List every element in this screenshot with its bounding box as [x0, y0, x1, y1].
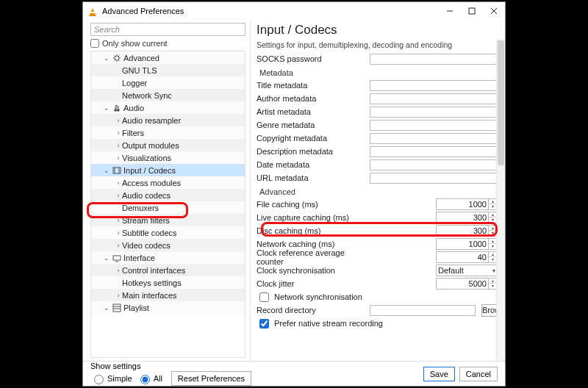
gear-icon	[112, 53, 122, 63]
reset-preferences-button[interactable]: Reset Preferences	[171, 371, 251, 386]
window-title: Advanced Preferences	[102, 7, 184, 15]
expand-icon: ›	[115, 117, 122, 124]
field-label: URL metadata	[257, 173, 367, 182]
tree-item-label: Hotkeys settings	[122, 279, 182, 287]
expand-icon: ›	[115, 292, 122, 299]
metadata-input[interactable]	[370, 107, 498, 118]
socks-password-input[interactable]	[370, 54, 498, 65]
advanced-section-header: Advanced	[257, 187, 498, 196]
tree-item[interactable]: ›Filters	[91, 126, 245, 139]
all-radio[interactable]: All	[137, 373, 162, 384]
tree-item[interactable]: ⌄Audio	[91, 101, 245, 114]
tree-item[interactable]: ⌄Input / Codecs	[91, 164, 245, 176]
show-settings-label: Show settings	[90, 362, 251, 370]
tree-item[interactable]: ›Control interfaces	[91, 264, 245, 276]
tree-item-label: Filters	[122, 129, 144, 137]
metadata-input[interactable]	[370, 80, 498, 91]
search-input[interactable]: Search	[90, 23, 245, 36]
close-button[interactable]	[483, 3, 505, 19]
tree-item-label: Input / Codecs	[123, 166, 176, 175]
socks-password-label: SOCKS password	[257, 54, 367, 63]
expand-icon: ›	[115, 129, 122, 137]
tree-item-label: Control interfaces	[122, 266, 185, 275]
page-subtitle: Settings for input, demultiplexing, deco…	[257, 40, 498, 49]
tree-item-label: Advanced	[123, 54, 159, 62]
tree-item[interactable]: ›Audio codecs	[91, 189, 245, 201]
svg-rect-1	[469, 8, 475, 14]
field-label: Disc caching (ms)	[257, 226, 367, 235]
tree-item[interactable]: ⌄Playlist	[91, 301, 245, 314]
only-show-current-checkbox[interactable]: Only show current	[90, 39, 245, 48]
metadata-input[interactable]	[370, 146, 498, 157]
tree-item-label: Video codecs	[122, 241, 171, 250]
number-input[interactable]: 1000▴▾	[436, 198, 498, 210]
tree-item[interactable]: ›Subtitle codecs	[91, 226, 245, 239]
expand-icon: ›	[115, 142, 122, 149]
tree-item[interactable]: ›Video codecs	[91, 239, 245, 251]
scrollbar[interactable]	[496, 39, 505, 361]
network-sync-checkbox[interactable]: Network synchronisation	[257, 290, 362, 304]
metadata-input[interactable]	[370, 133, 498, 144]
tree-item[interactable]: ›Main interfaces	[91, 289, 245, 301]
field-label: Date metadata	[257, 160, 367, 169]
cancel-button[interactable]: Cancel	[459, 367, 498, 381]
expand-icon: ⌄	[103, 167, 110, 174]
page-title: Input / Codecs	[257, 21, 498, 40]
expand-icon: ›	[115, 242, 122, 249]
expand-icon: ›	[115, 217, 122, 224]
svg-point-6	[118, 109, 120, 111]
tree-item-label: GNU TLS	[122, 66, 157, 75]
metadata-input[interactable]	[370, 159, 498, 170]
tree-item-label: Audio codecs	[122, 191, 171, 200]
tree-item[interactable]: Hotkeys settings	[91, 276, 245, 289]
tree-item[interactable]: ›Output modules	[91, 139, 245, 151]
metadata-input[interactable]	[370, 120, 498, 131]
prefer-native-checkbox[interactable]: Prefer native stream recording	[257, 317, 383, 331]
tree-item-label: Main interfaces	[122, 291, 177, 300]
number-input[interactable]: 1000▴▾	[436, 238, 498, 250]
tree-item-label: Network Sync	[122, 91, 172, 100]
number-input[interactable]: 5000▴▾	[436, 278, 498, 290]
audio-icon	[112, 103, 122, 113]
tree-item-label: Audio	[123, 104, 144, 112]
field-label: Title metadata	[257, 81, 367, 90]
expand-icon: ⌄	[103, 254, 110, 262]
maximize-button[interactable]	[461, 3, 483, 19]
footer: Show settings Simple All Reset Preferenc…	[83, 361, 505, 386]
save-button[interactable]: Save	[423, 367, 455, 381]
tree-item[interactable]: Logger	[91, 76, 245, 89]
tree-item[interactable]: Demuxers	[91, 201, 245, 214]
expand-icon: ⌄	[103, 304, 110, 312]
scrollbar-thumb[interactable]	[498, 40, 504, 165]
tree-item[interactable]: GNU TLS	[91, 64, 245, 76]
title-bar: Advanced Preferences	[83, 2, 505, 20]
tree-item[interactable]: ›Visualizations	[91, 151, 245, 164]
tree-item-label: Stream filters	[122, 216, 170, 225]
metadata-input[interactable]	[370, 93, 498, 104]
app-icon	[87, 6, 98, 16]
tree-item[interactable]: ›Stream filters	[91, 214, 245, 226]
tree-item[interactable]: ⌄Interface	[91, 251, 245, 264]
number-input[interactable]: 300▴▾	[436, 225, 498, 237]
sidebar: Search Only show current ⌄AdvancedGNU TL…	[83, 20, 251, 361]
combo-input[interactable]: Default▾	[436, 265, 498, 276]
number-input[interactable]: 300▴▾	[436, 212, 498, 223]
tree-item[interactable]: ⌄Advanced	[91, 51, 245, 64]
field-label: Copyright metadata	[257, 134, 367, 143]
preferences-tree[interactable]: ⌄AdvancedGNU TLSLoggerNetwork Sync⌄Audio…	[90, 51, 245, 358]
tree-item[interactable]: ›Access modules	[91, 176, 245, 189]
minimize-button[interactable]	[439, 3, 461, 19]
metadata-input[interactable]	[370, 173, 498, 184]
chevron-down-icon: ▾	[492, 267, 495, 274]
expand-icon: ⌄	[103, 54, 110, 62]
field-label: Genre metadata	[257, 121, 367, 129]
simple-radio[interactable]: Simple	[90, 373, 132, 384]
field-label: Author metadata	[257, 94, 367, 103]
record-directory-input[interactable]	[370, 305, 476, 316]
content-panel: Input / Codecs Settings for input, demul…	[251, 20, 505, 361]
svg-point-5	[115, 109, 117, 111]
number-input[interactable]: 40▴▾	[436, 251, 498, 263]
tree-item[interactable]: ›Audio resampler	[91, 114, 245, 126]
expand-icon: ›	[115, 229, 122, 237]
tree-item[interactable]: Network Sync	[91, 89, 245, 101]
